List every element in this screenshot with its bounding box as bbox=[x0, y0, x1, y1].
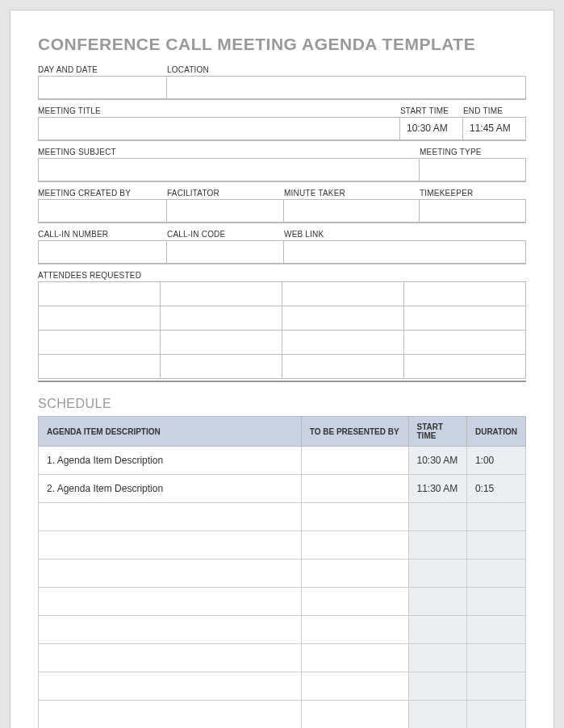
field-day-date[interactable] bbox=[38, 76, 167, 98]
attendee-cell[interactable] bbox=[161, 331, 282, 355]
schedule-desc[interactable] bbox=[39, 672, 302, 701]
schedule-desc[interactable]: 2. Agenda Item Description bbox=[39, 475, 302, 503]
attendee-cell[interactable] bbox=[39, 355, 161, 379]
schedule-row: 1. Agenda Item Description10:30 AM1:00 bbox=[39, 447, 526, 475]
col-presenter: TO BE PRESENTED BY bbox=[301, 417, 408, 447]
field-start-time[interactable]: 10:30 AM bbox=[400, 117, 463, 139]
schedule-duration[interactable] bbox=[466, 701, 525, 729]
schedule-row bbox=[39, 560, 526, 588]
schedule-start[interactable] bbox=[408, 560, 466, 588]
schedule-start[interactable] bbox=[408, 503, 466, 531]
label-start-time: START TIME bbox=[400, 106, 463, 115]
field-meeting-type[interactable] bbox=[420, 158, 526, 181]
attendee-cell[interactable] bbox=[404, 355, 526, 379]
schedule-duration[interactable] bbox=[466, 616, 525, 644]
schedule-start[interactable] bbox=[408, 531, 466, 560]
schedule-start[interactable]: 11:30 AM bbox=[408, 475, 466, 503]
schedule-start[interactable] bbox=[408, 644, 466, 672]
attendee-cell[interactable] bbox=[161, 282, 282, 306]
schedule-duration[interactable]: 1:00 bbox=[466, 447, 525, 475]
field-timekeeper[interactable] bbox=[420, 199, 526, 222]
label-meeting-subject: MEETING SUBJECT bbox=[38, 148, 420, 156]
schedule-desc[interactable] bbox=[39, 701, 302, 729]
schedule-desc[interactable] bbox=[39, 560, 302, 588]
schedule-title: SCHEDULE bbox=[38, 397, 526, 411]
schedule-desc[interactable] bbox=[39, 503, 302, 531]
schedule-duration[interactable]: 0:15 bbox=[466, 475, 525, 503]
schedule-presenter[interactable] bbox=[301, 644, 408, 672]
label-created-by: MEETING CREATED BY bbox=[38, 189, 167, 198]
schedule-row bbox=[39, 672, 526, 701]
schedule-duration[interactable] bbox=[466, 644, 525, 672]
field-callin-code[interactable] bbox=[167, 240, 284, 263]
field-created-by[interactable] bbox=[38, 199, 167, 222]
page-title: CONFERENCE CALL MEETING AGENDA TEMPLATE bbox=[38, 35, 526, 54]
attendee-cell[interactable] bbox=[161, 306, 282, 331]
schedule-table: AGENDA ITEM DESCRIPTION TO BE PRESENTED … bbox=[38, 416, 526, 728]
field-callin-number[interactable] bbox=[38, 240, 167, 263]
attendee-cell[interactable] bbox=[39, 282, 161, 306]
schedule-row bbox=[39, 644, 526, 672]
schedule-presenter[interactable] bbox=[301, 616, 408, 644]
schedule-desc[interactable] bbox=[39, 616, 302, 644]
schedule-presenter[interactable] bbox=[301, 701, 408, 729]
attendee-cell[interactable] bbox=[282, 331, 404, 355]
attendee-cell[interactable] bbox=[161, 355, 282, 379]
field-meeting-subject[interactable] bbox=[38, 158, 420, 181]
schedule-desc[interactable] bbox=[39, 588, 302, 616]
schedule-start[interactable] bbox=[408, 588, 466, 616]
label-callin-code: CALL-IN CODE bbox=[167, 230, 284, 239]
label-minute-taker: MINUTE TAKER bbox=[284, 189, 420, 198]
schedule-presenter[interactable] bbox=[301, 503, 408, 531]
field-web-link[interactable] bbox=[284, 240, 526, 263]
label-day-date: DAY AND DATE bbox=[38, 65, 167, 74]
field-minute-taker[interactable] bbox=[284, 199, 420, 222]
attendees-table bbox=[38, 281, 526, 379]
label-facilitator: FACILITATOR bbox=[167, 189, 284, 198]
schedule-start[interactable] bbox=[408, 672, 466, 701]
attendee-cell[interactable] bbox=[39, 306, 161, 331]
schedule-presenter[interactable] bbox=[301, 588, 408, 616]
label-location: LOCATION bbox=[167, 65, 526, 74]
field-location[interactable] bbox=[167, 76, 526, 98]
field-facilitator[interactable] bbox=[167, 199, 284, 222]
schedule-row bbox=[39, 701, 526, 729]
attendee-cell[interactable] bbox=[39, 331, 161, 355]
field-end-time[interactable]: 11:45 AM bbox=[463, 117, 526, 139]
col-desc: AGENDA ITEM DESCRIPTION bbox=[39, 417, 302, 447]
attendee-cell[interactable] bbox=[282, 355, 404, 379]
schedule-desc[interactable]: 1. Agenda Item Description bbox=[39, 447, 302, 475]
col-start: START TIME bbox=[408, 417, 466, 447]
schedule-row bbox=[39, 531, 526, 560]
schedule-row bbox=[39, 503, 526, 531]
schedule-duration[interactable] bbox=[466, 503, 525, 531]
label-attendees: ATTENDEES REQUESTED bbox=[38, 271, 526, 280]
schedule-start[interactable]: 10:30 AM bbox=[408, 447, 466, 475]
schedule-presenter[interactable] bbox=[301, 672, 408, 701]
schedule-duration[interactable] bbox=[466, 531, 525, 560]
label-timekeeper: TIMEKEEPER bbox=[420, 189, 526, 198]
schedule-presenter[interactable] bbox=[301, 560, 408, 588]
label-callin-number: CALL-IN NUMBER bbox=[38, 230, 167, 239]
attendee-cell[interactable] bbox=[282, 282, 404, 306]
attendee-cell[interactable] bbox=[404, 282, 526, 306]
schedule-row bbox=[39, 616, 526, 644]
schedule-start[interactable] bbox=[408, 701, 466, 729]
schedule-duration[interactable] bbox=[466, 588, 525, 616]
attendee-cell[interactable] bbox=[404, 306, 526, 331]
attendee-cell[interactable] bbox=[404, 331, 526, 355]
schedule-start[interactable] bbox=[408, 616, 466, 644]
label-meeting-type: MEETING TYPE bbox=[420, 148, 526, 156]
attendee-cell[interactable] bbox=[282, 306, 404, 331]
field-meeting-title[interactable] bbox=[38, 117, 400, 139]
schedule-presenter[interactable] bbox=[301, 447, 408, 475]
label-end-time: END TIME bbox=[463, 106, 526, 115]
schedule-presenter[interactable] bbox=[301, 475, 408, 503]
col-duration: DURATION bbox=[466, 417, 525, 447]
schedule-duration[interactable] bbox=[466, 560, 525, 588]
schedule-duration[interactable] bbox=[466, 672, 525, 701]
schedule-desc[interactable] bbox=[39, 531, 302, 560]
schedule-desc[interactable] bbox=[39, 644, 302, 672]
label-web-link: WEB LINK bbox=[284, 230, 526, 239]
schedule-presenter[interactable] bbox=[301, 531, 408, 560]
